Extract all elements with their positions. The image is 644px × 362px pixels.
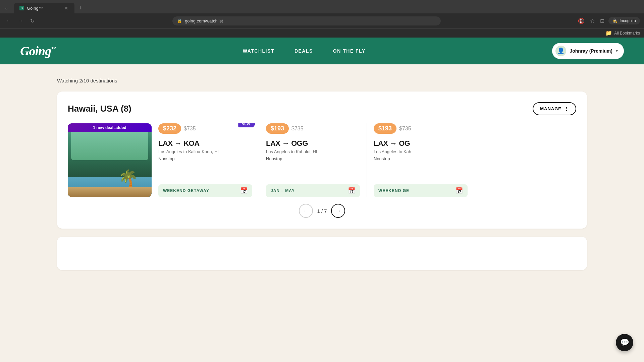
lock-icon: 🔒: [177, 18, 182, 23]
deal-tag-text-3: WEEKEND GE: [378, 188, 409, 193]
user-chevron-icon: ▾: [616, 49, 618, 53]
bookmarks-folder-icon: 📁: [605, 30, 612, 36]
deal-price-row-1: $232 $735 NEW: [158, 123, 252, 134]
deal-tag-text-1: WEEKEND GETAWAY: [163, 188, 209, 193]
destination-image-wrap: 🌴 1 new deal added: [68, 123, 152, 197]
browser-tab-bar: ⌄ G Going™ ✕ +: [0, 0, 644, 13]
main-nav: WATCHLIST DEALS ON THE FLY: [243, 48, 366, 54]
incognito-label: Incognito: [620, 18, 636, 23]
deal-desc-2: Los Angeles to Kahului, HI: [266, 149, 360, 154]
prev-page-btn[interactable]: ←: [299, 204, 313, 218]
deal-tag-3[interactable]: WEEKEND GE 📅: [374, 184, 468, 197]
user-icon: 👤: [557, 47, 565, 55]
chat-btn[interactable]: 💬: [616, 334, 633, 351]
chat-icon: 💬: [620, 338, 629, 347]
deal-tag-2[interactable]: JAN – MAY 📅: [266, 184, 360, 197]
user-menu-btn[interactable]: 👤 Johnray (Premium) ▾: [552, 43, 624, 59]
deal-desc-3: Los Angeles to Kah: [374, 149, 468, 154]
devices-icon[interactable]: ⊡: [599, 16, 606, 25]
calendar-icon-3: 📅: [455, 187, 463, 194]
bookmarks-label: All Bookmarks: [614, 31, 640, 36]
new-deal-badge: 1 new deal added: [68, 123, 152, 132]
deal-price-3: $193: [374, 123, 396, 134]
url-text: going.com/watchlist: [185, 18, 436, 23]
deal-stop-1: Nonstop: [158, 156, 252, 161]
user-avatar: 👤: [555, 46, 566, 56]
camera-off-icon[interactable]: 📵: [577, 16, 586, 25]
browser-toolbar: ← → ↻ 🔒 going.com/watchlist 📵 ☆ ⊡ 🕵 Inco…: [0, 13, 644, 28]
main-content: Watching 2/10 destinations Hawaii, USA (…: [0, 64, 644, 362]
deal-tag-text-2: JAN – MAY: [271, 188, 295, 193]
back-btn[interactable]: ←: [4, 16, 13, 25]
deal-divider-2: [367, 123, 367, 197]
tab-list-btn[interactable]: ⌄: [3, 5, 10, 11]
new-tab-btn[interactable]: +: [76, 5, 85, 12]
deal-route-1: LAX → KOA: [158, 139, 252, 148]
new-badge-1: NEW: [238, 123, 256, 127]
deal-price-row-2: $193 $735: [266, 123, 360, 134]
pagination: ← 1 / 7 →: [68, 204, 576, 218]
nav-watchlist[interactable]: WATCHLIST: [243, 48, 274, 54]
page-info: 1 / 7: [317, 208, 327, 214]
deals-strip: $232 $735 NEW LAX → KOA Los Angeles to K…: [158, 123, 576, 197]
incognito-icon: 🕵: [612, 18, 618, 23]
deal-tag-1[interactable]: WEEKEND GETAWAY 📅: [158, 184, 252, 197]
calendar-icon-2: 📅: [348, 187, 355, 194]
browser-chrome: ⌄ G Going™ ✕ + ← → ↻ 🔒 going.com/watchli…: [0, 0, 644, 38]
deal-card-2: $193 $735 LAX → OGG Los Angeles to Kahul…: [266, 123, 360, 197]
site-header: Going™ WATCHLIST DEALS ON THE FLY 👤 John…: [0, 38, 644, 64]
address-bar[interactable]: 🔒 going.com/watchlist: [172, 16, 441, 25]
next-page-btn[interactable]: →: [331, 204, 345, 218]
card-header: Hawaii, USA (8) MANAGE ⋮: [68, 102, 576, 115]
deal-divider-1: [259, 123, 259, 197]
incognito-btn[interactable]: 🕵 Incognito: [608, 17, 640, 24]
forward-btn[interactable]: →: [16, 16, 25, 25]
deal-route-2: LAX → OGG: [266, 139, 360, 148]
second-destination-card: [57, 237, 587, 270]
tab-title: Going™: [27, 6, 61, 11]
bookmark-star-icon[interactable]: ☆: [589, 16, 596, 25]
nav-on-the-fly[interactable]: ON THE FLY: [333, 48, 366, 54]
watching-label: Watching 2/10 destinations: [57, 78, 587, 83]
deal-card-3: $193 $735 LAX → OG Los Angeles to Kah No…: [374, 123, 468, 197]
logo-text: Going™: [20, 44, 56, 58]
deal-card-1: $232 $735 NEW LAX → KOA Los Angeles to K…: [158, 123, 252, 197]
bookmarks-bar: 📁 All Bookmarks: [0, 28, 644, 38]
logo[interactable]: Going™: [20, 44, 56, 58]
deal-stop-2: Nonstop: [266, 156, 360, 161]
user-name: Johnray (Premium): [570, 48, 612, 54]
deal-orig-price-2: $735: [291, 126, 304, 132]
deal-price-row-3: $193 $735: [374, 123, 468, 134]
deal-stop-3: Nonstop: [374, 156, 468, 161]
deal-desc-1: Los Angeles to Kailua-Kona, HI: [158, 149, 252, 154]
reload-btn[interactable]: ↻: [28, 16, 37, 25]
tab-close-btn[interactable]: ✕: [64, 5, 69, 11]
calendar-icon-1: 📅: [240, 187, 248, 194]
manage-btn[interactable]: MANAGE ⋮: [533, 102, 576, 115]
destination-card: Hawaii, USA (8) MANAGE ⋮ 🌴 1 new deal ad…: [57, 92, 587, 229]
toolbar-actions: 📵 ☆ ⊡ 🕵 Incognito: [577, 16, 640, 25]
nav-deals[interactable]: DEALS: [294, 48, 313, 54]
deal-orig-price-1: $735: [184, 126, 196, 132]
deal-price-2: $193: [266, 123, 289, 134]
manage-label: MANAGE: [540, 106, 561, 111]
deal-route-3: LAX → OG: [374, 139, 468, 148]
browser-tab-active[interactable]: G Going™ ✕: [14, 3, 74, 13]
deal-orig-price-3: $735: [399, 126, 411, 132]
manage-dots-icon: ⋮: [564, 106, 569, 111]
destination-image: 🌴: [68, 123, 152, 197]
card-title: Hawaii, USA (8): [68, 104, 131, 114]
card-body: 🌴 1 new deal added $232 $735 NEW LAX → K…: [68, 123, 576, 197]
tab-favicon: G: [19, 6, 24, 10]
deal-price-1: $232: [158, 123, 181, 134]
